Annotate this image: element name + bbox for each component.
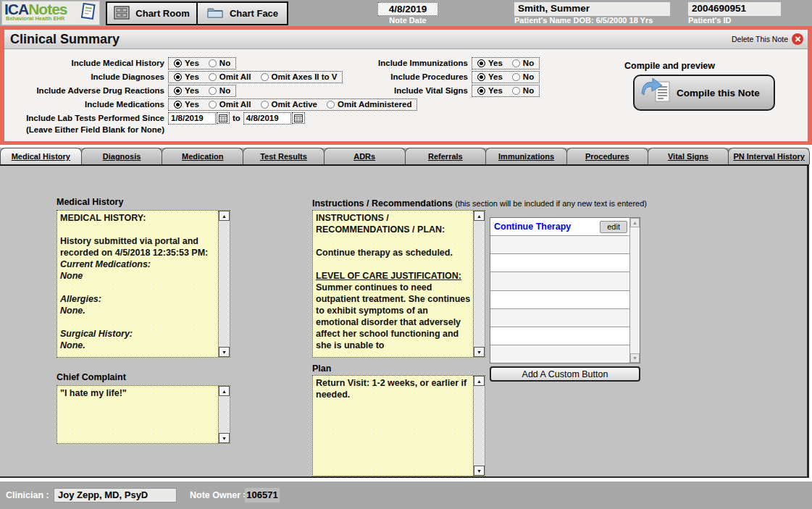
textarea-line	[60, 316, 216, 328]
footer-bar: Clinician : Joy Zepp, MD, PsyD Note Owne…	[0, 481, 812, 509]
header-bar: ICANotes Behavioral Health EHR	[0, 0, 812, 26]
scroll-up-icon[interactable]: ▲	[219, 386, 230, 396]
custom-button-row-empty	[490, 309, 629, 327]
chart-face-label: Chart Face	[230, 8, 278, 19]
include-vital-signs-label: Include Vital Signs	[222, 86, 468, 95]
custom-button-row-empty	[490, 291, 629, 309]
scroll-down-icon[interactable]: ▼	[219, 433, 230, 443]
medical-history-textarea[interactable]: MEDICAL HISTORY: History submitted via p…	[56, 210, 230, 358]
tab-medical-history[interactable]: Medical History	[0, 148, 82, 164]
custom-button-row: Continue Therapy edit	[490, 218, 629, 236]
tab-procedures[interactable]: Procedures	[566, 148, 648, 164]
include-vital-signs-options: Yes No	[472, 85, 540, 97]
scroll-up-icon[interactable]: ▲	[219, 211, 230, 221]
scroll-down-icon[interactable]: ▼	[630, 353, 640, 363]
medical-history-tab-panel: Medical History MEDICAL HISTORY: History…	[0, 166, 809, 478]
radio-yes[interactable]: Yes	[174, 100, 199, 109]
include-adr-row: Include Adverse Drug Reactions Yes No	[4, 84, 236, 97]
tab-pn-interval-history[interactable]: PN Interval History	[728, 148, 810, 164]
chart-room-button[interactable]: Chart Room	[107, 3, 196, 24]
lab-tests-label: Include Lab Tests Performed Since	[4, 114, 164, 122]
include-immunizations-row: Include Immunizations Yes No	[222, 56, 540, 70]
scroll-up-icon[interactable]: ▲	[474, 376, 485, 386]
textarea-line: Summer continues to need outpatient trea…	[316, 282, 471, 351]
radio-no[interactable]: No	[512, 86, 534, 95]
textarea-line: Allergies:	[60, 293, 216, 305]
edit-button[interactable]: edit	[600, 221, 627, 233]
scroll-up-icon[interactable]: ▲	[630, 218, 640, 227]
plan-scrollbar[interactable]: ▲ ▼	[473, 376, 485, 476]
patient-id-label: Patient's ID	[688, 16, 731, 25]
textarea-line	[316, 235, 471, 247]
radio-yes[interactable]: Yes	[174, 86, 199, 95]
tab-test-results[interactable]: Test Results	[243, 148, 325, 164]
lab-tests-from-date[interactable]: 1/8/2019	[168, 112, 216, 125]
delete-x-icon[interactable]	[792, 33, 803, 45]
clinician-field[interactable]: Joy Zepp, MD, PsyD	[54, 488, 177, 502]
radio-omit-active[interactable]: Omit Active	[261, 100, 317, 109]
compile-and-preview-heading: Compile and preview	[624, 61, 715, 71]
page-title: Clinical Summary	[10, 32, 120, 47]
instructions-scrollbar[interactable]: ▲ ▼	[473, 211, 485, 357]
radio-yes[interactable]: Yes	[174, 59, 199, 67]
radio-yes[interactable]: Yes	[477, 59, 503, 67]
continue-therapy-button[interactable]: Continue Therapy	[494, 222, 571, 232]
calendar-icon[interactable]	[217, 112, 230, 124]
compile-this-note-button[interactable]: Compile this Note	[633, 75, 775, 111]
icanotes-logo: ICANotes Behavioral Health EHR	[1, 1, 100, 25]
radio-no[interactable]: No	[512, 59, 534, 67]
radio-yes[interactable]: Yes	[174, 72, 199, 81]
custom-button-row-empty	[490, 345, 629, 363]
scroll-down-icon[interactable]: ▼	[219, 347, 230, 357]
tab-diagnosis[interactable]: Diagnosis	[81, 148, 163, 164]
patient-name-field[interactable]: Smith, Summer	[514, 2, 670, 16]
radio-yes[interactable]: Yes	[477, 72, 503, 81]
clinician-label: Clinician :	[6, 490, 49, 500]
custom-button-row-empty	[490, 254, 629, 272]
scroll-down-icon[interactable]: ▼	[474, 347, 485, 357]
textarea-line: Current Medications:	[60, 258, 216, 270]
include-medical-history-row: Include Medical History Yes No	[4, 56, 236, 70]
logo-text-ica: ICA	[4, 2, 28, 17]
to-label: to	[233, 114, 240, 122]
custom-list-scrollbar[interactable]: ▲ ▼	[629, 218, 640, 363]
medical-history-scrollbar[interactable]: ▲ ▼	[218, 211, 230, 357]
chart-face-icon	[206, 6, 224, 21]
scroll-down-icon[interactable]: ▼	[474, 466, 485, 476]
tab-medication[interactable]: Medication	[162, 148, 243, 164]
textarea-line	[60, 282, 216, 293]
textarea-line: INSTRUCTIONS / RECOMMENDATIONS / PLAN:	[316, 212, 471, 235]
chief-complaint-scrollbar[interactable]: ▲ ▼	[218, 386, 230, 443]
textarea-line: Return Visit: 1-2 weeks, or earlier if n…	[316, 377, 471, 400]
include-procedures-row: Include Procedures Yes No	[222, 70, 540, 83]
textarea-line: "I hate my life!"	[60, 387, 216, 399]
chief-complaint-textarea[interactable]: "I hate my life!" ▲ ▼	[56, 385, 230, 444]
radio-omit-all[interactable]: Omit All	[209, 100, 251, 109]
add-custom-button[interactable]: Add A Custom Button	[490, 366, 640, 382]
textarea-line: MEDICAL HISTORY:	[60, 212, 216, 224]
tab-adrs[interactable]: ADRs	[324, 148, 406, 164]
scroll-up-icon[interactable]: ▲	[474, 211, 485, 221]
calendar-icon[interactable]	[292, 112, 305, 124]
lab-tests-to-date[interactable]: 4/8/2019	[243, 112, 291, 125]
chief-complaint-heading: Chief Complaint	[56, 372, 126, 382]
chart-face-button[interactable]: Chart Face	[198, 3, 287, 24]
textarea-line: Continue therapy as scheduled.	[316, 247, 471, 258]
compile-note-icon	[640, 77, 672, 108]
instructions-heading: Instructions / Recommendations (this sec…	[312, 198, 647, 209]
plan-textarea[interactable]: Return Visit: 1-2 weeks, or earlier if n…	[312, 375, 485, 476]
textarea-line: None.	[60, 305, 216, 316]
radio-no[interactable]: No	[512, 72, 534, 81]
note-date-field[interactable]: 4/8/2019	[377, 2, 438, 16]
note-date-label: Note Date	[377, 16, 438, 25]
tab-vital-signs[interactable]: Vital Signs	[648, 148, 729, 164]
radio-omit-administered[interactable]: Omit Administered	[327, 100, 411, 109]
patient-id-field[interactable]: 2004690951	[688, 2, 781, 16]
tab-immunizations[interactable]: Immunizations	[485, 148, 567, 164]
radio-yes[interactable]: Yes	[477, 86, 503, 95]
tab-referrals[interactable]: Referrals	[405, 148, 487, 164]
note-owner-label: Note Owner =	[190, 490, 248, 500]
compile-button-label: Compile this Note	[677, 88, 760, 98]
instructions-textarea[interactable]: INSTRUCTIONS / RECOMMENDATIONS / PLAN: C…	[312, 210, 485, 358]
delete-this-note-button[interactable]: Delete This Note	[732, 33, 803, 45]
